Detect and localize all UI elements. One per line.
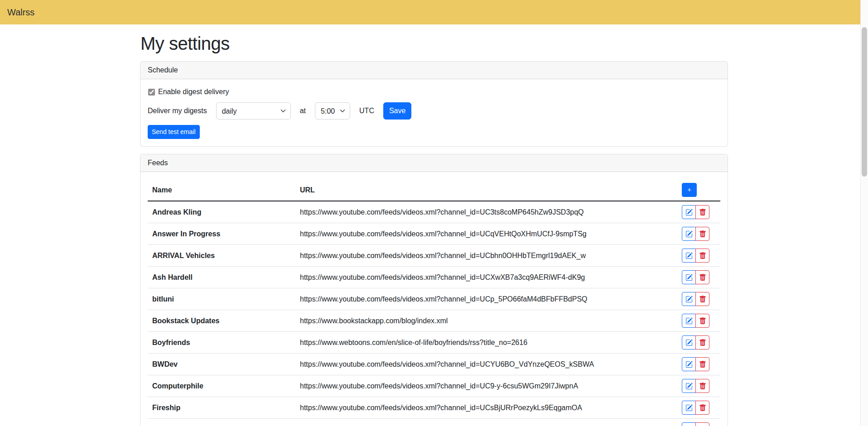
send-test-email-button[interactable]: Send test email [148,125,200,139]
delete-feed-button[interactable] [695,401,709,415]
feed-actions-cell [677,201,720,223]
feed-name: Ash Hardell [148,267,295,288]
feed-actions-cell [677,245,720,267]
edit-feed-button[interactable] [682,401,696,415]
pencil-square-icon [685,296,693,303]
feed-url: https://www.youtube.com/feeds/videos.xml… [295,267,677,288]
delete-feed-button[interactable] [695,270,709,284]
feed-actions-cell [677,310,720,332]
schedule-card-body: Enable digest delivery Deliver my digest… [140,79,728,146]
frequency-select[interactable]: daily [216,102,291,120]
feed-table-row: Bookstack Updates https://www.bookstacka… [148,310,720,332]
delete-feed-button[interactable] [695,205,709,219]
pencil-square-icon [685,383,693,390]
pencil-square-icon [685,252,693,259]
feed-url: https://www.youtube.com/feeds/videos.xml… [295,201,677,223]
edit-feed-button[interactable] [682,249,696,263]
feed-actions-group [682,379,709,393]
pencil-square-icon [685,317,693,325]
delete-feed-button[interactable] [695,379,709,393]
feed-table-row: Fireship https://www.youtube.com/feeds/v… [148,397,720,419]
feed-table-row: Ash Hardell https://www.youtube.com/feed… [148,267,720,288]
feed-actions-group [682,270,709,284]
scrollbar-thumb[interactable] [862,27,867,177]
feed-actions-group [682,422,709,426]
feed-url: https://www.youtube.com/feeds/videos.xml… [295,223,677,245]
feed-name: Boyfriends [148,332,295,354]
feed-name: Fireship [148,397,295,419]
trash-icon [699,296,706,303]
utc-label: UTC [359,107,374,115]
feed-table-row: bitluni https://www.youtube.com/feeds/vi… [148,288,720,310]
time-select[interactable]: 5:00 [315,102,350,120]
feed-actions-group [682,292,709,306]
delete-feed-button[interactable] [695,357,709,371]
feed-name: Andreas Kling [148,201,295,223]
scrollbar[interactable] [860,0,868,426]
edit-feed-button[interactable] [682,422,696,426]
trash-icon [699,339,706,346]
add-feed-button[interactable]: + [682,183,697,197]
edit-feed-button[interactable] [682,270,696,284]
enable-digest-row: Enable digest delivery [148,88,720,96]
edit-feed-button[interactable] [682,292,696,306]
feed-url: https://www.youtube.com/feeds/videos.xml… [295,397,677,419]
pencil-square-icon [685,339,693,346]
trash-icon [699,274,706,281]
feed-actions-cell [677,375,720,397]
feed-name: BWDev [148,354,295,375]
feed-actions-group [682,357,709,371]
feed-url: https://www.youtube.com/feeds/videos.xml… [295,288,677,310]
edit-feed-button[interactable] [682,379,696,393]
feed-actions-group [682,335,709,349]
feed-actions-cell [677,419,720,426]
feed-actions-group [682,227,709,241]
column-header-name: Name [148,179,295,201]
delete-feed-button[interactable] [695,422,709,426]
page-title: My settings [140,34,728,54]
edit-feed-button[interactable] [682,227,696,241]
save-button[interactable]: Save [383,102,411,120]
feed-name: Go Time [148,419,295,426]
feed-actions-group [682,314,709,328]
pencil-square-icon [685,209,693,216]
edit-feed-button[interactable] [682,335,696,349]
pencil-square-icon [685,361,693,368]
trash-icon [699,230,706,238]
edit-feed-button[interactable] [682,357,696,371]
delete-feed-button[interactable] [695,227,709,241]
feed-actions-cell [677,288,720,310]
edit-feed-button[interactable] [682,205,696,219]
trash-icon [699,317,706,325]
feed-actions-group [682,249,709,263]
navbar-brand[interactable]: Walrss [7,7,34,18]
delete-feed-button[interactable] [695,249,709,263]
enable-digest-label[interactable]: Enable digest delivery [158,88,229,96]
trash-icon [699,252,706,259]
feed-actions-group [682,205,709,219]
schedule-card-header: Schedule [140,62,728,79]
frequency-select-wrap: daily [216,102,291,120]
feed-table-row: BWDev https://www.youtube.com/feeds/vide… [148,354,720,375]
feed-url: https://www.youtube.com/feeds/videos.xml… [295,354,677,375]
delete-feed-button[interactable] [695,335,709,349]
feed-url: https://www.bookstackapp.com/blog/index.… [295,310,677,332]
pencil-square-icon [685,230,693,238]
enable-digest-checkbox[interactable] [148,89,155,96]
feed-table-row: Computerphile https://www.youtube.com/fe… [148,375,720,397]
delivery-schedule-row: Deliver my digests daily at 5:00 UTC Sav… [148,102,720,120]
delete-feed-button[interactable] [695,314,709,328]
edit-feed-button[interactable] [682,314,696,328]
actions-header-cell: + [677,179,720,201]
feed-table-row: Answer In Progress https://www.youtube.c… [148,223,720,245]
feeds-card-header: Feeds [140,154,728,172]
feed-name: bitluni [148,288,295,310]
settings-page: My settings Schedule Enable digest deliv… [140,24,728,426]
feed-url: https://www.youtube.com/feeds/videos.xml… [295,245,677,267]
feed-actions-cell [677,267,720,288]
feed-name: Answer In Progress [148,223,295,245]
trash-icon [699,383,706,390]
delete-feed-button[interactable] [695,292,709,306]
feed-table-row: Andreas Kling https://www.youtube.com/fe… [148,201,720,223]
feed-url: https://www.webtoons.com/en/slice-of-lif… [295,332,677,354]
